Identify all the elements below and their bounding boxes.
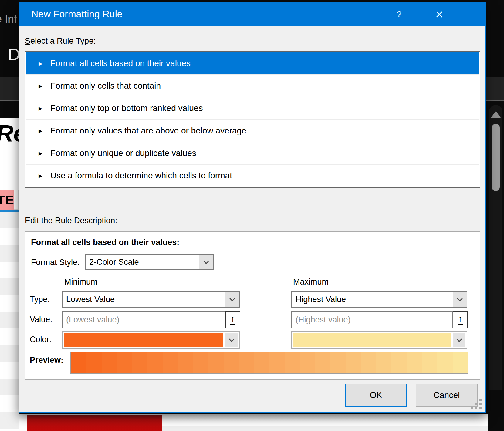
rule-description-groupbox: Format all cells based on their values: … <box>25 231 480 380</box>
app-title-fragment: e Inf <box>0 13 17 25</box>
value-label: Value: <box>30 315 52 324</box>
rule-arrow-icon: ► <box>37 128 44 134</box>
preview-label: Preview: <box>30 355 63 365</box>
sheet-row-stripes <box>0 212 19 431</box>
min-type-dropdown[interactable]: Lowest Value <box>62 291 240 308</box>
close-icon: × <box>435 6 444 22</box>
cancel-button[interactable]: Cancel <box>416 384 478 407</box>
rule-type-option[interactable]: ► Format only values that are above or b… <box>26 119 479 142</box>
max-type-dropdown[interactable]: Highest Value <box>291 291 467 308</box>
rule-type-listbox: ► Format all cells based on their values… <box>25 51 480 188</box>
scroll-up-icon[interactable] <box>491 111 501 118</box>
max-type-value: Highest Value <box>292 292 453 307</box>
max-collapse-dialog-button[interactable]: ↑ <box>453 311 468 328</box>
rule-type-label: Format only cells that contain <box>50 81 161 91</box>
dialog-title: New Formatting Rule <box>31 8 123 20</box>
min-type-value: Lowest Value <box>63 292 225 307</box>
close-button[interactable]: × <box>426 2 452 26</box>
max-color-dropdown[interactable] <box>291 331 467 349</box>
max-type-dropdown-button[interactable] <box>453 292 467 307</box>
min-color-swatch <box>64 333 223 347</box>
maximum-header: Maximum <box>293 277 329 287</box>
minimum-header: Minimum <box>64 277 98 287</box>
min-color-dropdown-button[interactable] <box>225 333 238 347</box>
rule-type-option[interactable]: ► Format only cells that contain <box>26 74 479 97</box>
color-label: Color: <box>30 335 52 344</box>
bottom-gray-row <box>162 426 488 431</box>
format-style-value: 2-Color Scale <box>86 255 199 269</box>
worksheet-strip: Re TE <box>0 118 19 431</box>
min-value-input[interactable] <box>62 311 225 328</box>
chevron-down-icon <box>229 336 234 342</box>
scrollbar-thumb[interactable] <box>492 124 500 191</box>
help-icon: ? <box>397 9 402 19</box>
dialog-titlebar[interactable]: New Formatting Rule <box>19 2 485 26</box>
min-collapse-dialog-button[interactable]: ↑ <box>225 311 240 328</box>
format-style-label: Format Style: <box>31 258 80 267</box>
rule-type-option[interactable]: ► Format only unique or duplicate values <box>26 142 479 164</box>
min-color-dropdown[interactable] <box>62 331 240 349</box>
rule-arrow-icon: ► <box>37 150 44 157</box>
ok-button[interactable]: OK <box>345 384 407 407</box>
sheet-header-text: TE <box>0 193 14 207</box>
rule-type-option[interactable]: ► Format only top or bottom ranked value… <box>26 97 479 119</box>
chevron-down-icon <box>203 258 209 264</box>
max-color-dropdown-button[interactable] <box>453 333 465 347</box>
rule-type-label: Format only top or bottom ranked values <box>50 103 203 113</box>
max-value-input[interactable] <box>291 311 453 328</box>
type-label: Type: <box>30 295 50 304</box>
format-style-dropdown[interactable]: 2-Color Scale <box>85 254 214 270</box>
rule-type-label: Format all cells based on their values <box>50 59 191 68</box>
rule-arrow-icon: ► <box>37 105 44 112</box>
rule-description-heading: Format all cells based on their values: <box>31 238 179 247</box>
edit-rule-description-label: Edit the Rule Description: <box>25 216 117 225</box>
sheet-title-fragment: Re <box>0 120 19 147</box>
new-formatting-rule-dialog: New Formatting Rule ? × Select a Rule Ty… <box>19 2 486 413</box>
max-color-swatch <box>293 333 451 347</box>
rule-type-label: Format only unique or duplicate values <box>50 148 196 158</box>
sheet-header-cell: TE <box>0 190 14 210</box>
help-button[interactable]: ? <box>387 2 411 26</box>
sheet-cell <box>14 190 19 210</box>
rule-type-label: Format only values that are above or bel… <box>50 126 246 136</box>
format-style-dropdown-button[interactable] <box>199 255 213 269</box>
rule-type-option-selected[interactable]: ► Format all cells based on their values <box>26 52 479 74</box>
collapse-dialog-icon: ↑ <box>230 314 235 325</box>
rule-arrow-icon: ► <box>37 60 44 67</box>
chevron-down-icon <box>229 296 235 301</box>
preview-gradient-bar <box>70 352 468 374</box>
chevron-down-icon <box>457 296 462 301</box>
chevron-down-icon <box>456 336 462 342</box>
rule-arrow-icon: ► <box>37 83 44 89</box>
min-type-dropdown-button[interactable] <box>225 292 239 307</box>
rule-arrow-icon: ► <box>37 173 44 179</box>
select-rule-type-label: Select a Rule Type: <box>25 36 96 46</box>
collapse-dialog-icon: ↑ <box>458 314 463 325</box>
rule-type-option[interactable]: ► Use a formula to determine which cells… <box>26 164 479 187</box>
red-shape <box>27 415 162 431</box>
resize-grip[interactable] <box>471 399 483 411</box>
rule-type-label: Use a formula to determine which cells t… <box>50 171 232 180</box>
